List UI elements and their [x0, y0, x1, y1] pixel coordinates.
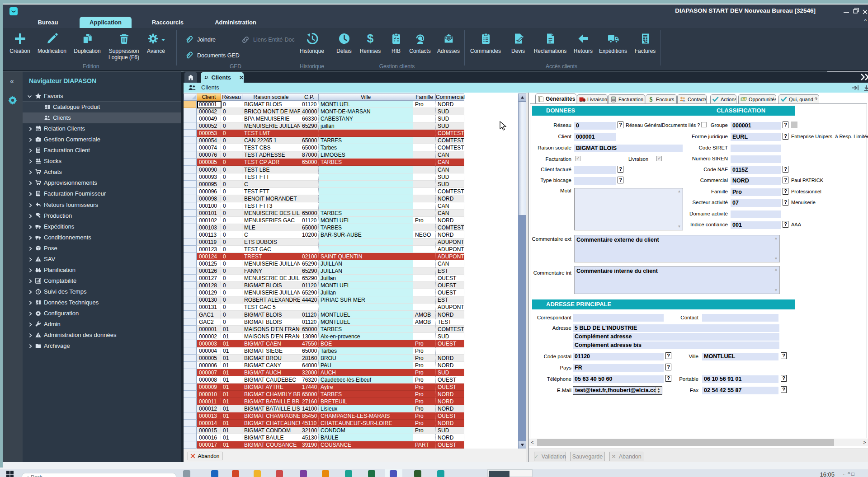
- svg-text:$: $: [367, 33, 373, 45]
- svg-text:€: €: [644, 40, 646, 44]
